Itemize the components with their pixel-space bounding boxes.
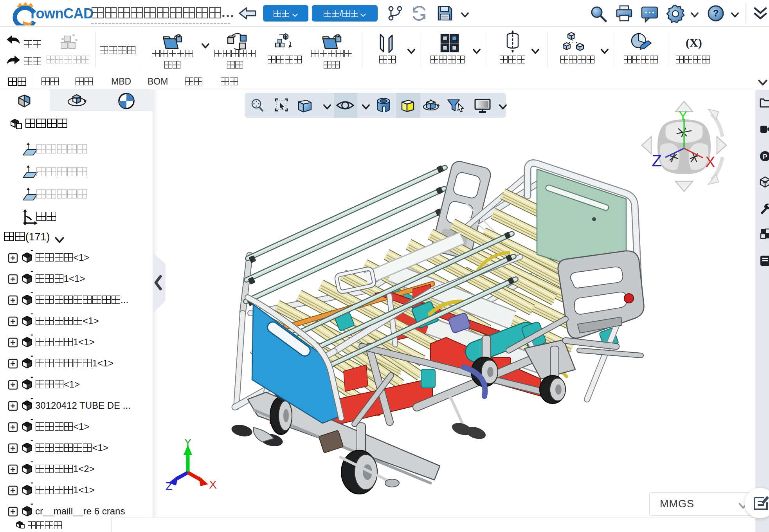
svg-text:X: X: [705, 154, 715, 170]
svg-text:Z: Z: [652, 151, 662, 170]
svg-text:Z: Z: [166, 480, 173, 490]
svg-text:?: ?: [713, 8, 719, 18]
svg-text:Y: Y: [679, 108, 688, 123]
svg-text:X: X: [209, 478, 217, 490]
svg-text:Y: Y: [184, 439, 192, 449]
